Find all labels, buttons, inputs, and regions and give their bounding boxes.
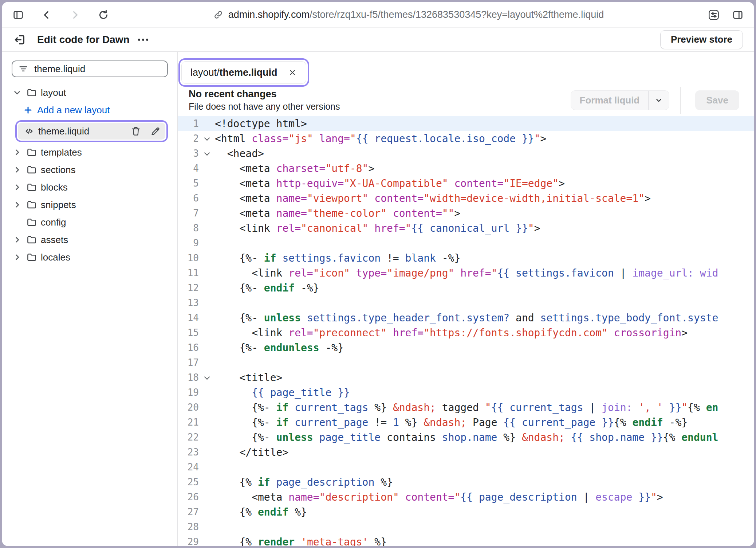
line-number: 16 — [178, 340, 199, 355]
code-text: <meta http-equiv="X-UA-Compatible" conte… — [215, 176, 754, 191]
sidebar-item-snippets[interactable]: snippets — [12, 196, 168, 214]
sidebar-item-theme-liquid[interactable]: theme.liquid — [18, 123, 165, 140]
code-line[interactable]: 1<!doctype html> — [178, 116, 754, 131]
format-dropdown-toggle[interactable] — [649, 91, 669, 110]
code-line[interactable]: 22 {%- unless page_title contains shop.n… — [178, 430, 754, 445]
trash-icon[interactable] — [130, 126, 141, 137]
fold-spacer — [199, 206, 215, 221]
reload-icon[interactable] — [98, 9, 109, 21]
code-text: {%- unless settings.type_header_font.sys… — [215, 310, 754, 325]
line-number: 26 — [178, 490, 199, 505]
code-line[interactable]: 14 {%- unless settings.type_header_font.… — [178, 310, 754, 325]
code-line[interactable]: 17 — [178, 355, 754, 370]
code-line[interactable]: 13 — [178, 295, 754, 310]
code-line[interactable]: 9 — [178, 236, 754, 251]
sidebar-toggle-icon[interactable] — [12, 9, 24, 21]
app-header: Edit code for Dawn Preview store — [2, 28, 754, 52]
code-line[interactable]: 18 <title> — [178, 370, 754, 385]
code-line[interactable]: 10 {%- if settings.favicon != blank -%} — [178, 251, 754, 266]
code-text: {{ page_title }} — [215, 385, 754, 400]
fold-spacer — [199, 385, 215, 400]
code-line[interactable]: 20 {%- if current_tags %} &ndash; tagged… — [178, 400, 754, 415]
code-line[interactable]: 28 — [178, 520, 754, 535]
search-input[interactable]: theme.liquid — [34, 63, 85, 75]
chevron-right-icon[interactable] — [12, 164, 23, 175]
close-icon[interactable] — [288, 68, 297, 77]
sidebar-item-add-layout[interactable]: Add a new layout — [12, 101, 168, 119]
code-line[interactable]: 24 — [178, 460, 754, 475]
fold-spacer — [199, 236, 215, 251]
code-text: <head> — [215, 146, 754, 161]
panel-right-icon[interactable] — [732, 9, 744, 21]
file-sidebar: theme.liquid layoutAdd a new layouttheme… — [2, 52, 178, 546]
code-text: {%- if current_page != 1 %} &ndash; Page… — [215, 415, 754, 430]
code-editor[interactable]: 1<!doctype html>2<html class="js" lang="… — [178, 114, 754, 546]
link-icon — [213, 10, 223, 20]
chevron-right-icon[interactable] — [12, 252, 23, 263]
browser-actions — [708, 9, 744, 21]
code-line[interactable]: 15 <link rel="preconnect" href="https://… — [178, 325, 754, 340]
fold-spacer — [199, 475, 215, 490]
url-host: admin.shopify.com — [228, 9, 310, 20]
back-arrow-icon[interactable] — [41, 9, 52, 21]
chevron-right-icon[interactable] — [12, 199, 23, 210]
sidebar-item-blocks[interactable]: blocks — [12, 179, 168, 196]
fold-spacer — [199, 116, 215, 131]
code-line[interactable]: 7 <meta name="theme-color" content=""> — [178, 206, 754, 221]
line-number: 6 — [178, 191, 199, 206]
code-line[interactable]: 16 {%- endunless -%} — [178, 340, 754, 355]
format-liquid-button[interactable]: Format liquid — [571, 90, 670, 110]
fold-toggle-icon[interactable] — [199, 146, 215, 161]
code-line[interactable]: 12 {%- endif -%} — [178, 281, 754, 295]
code-line[interactable]: 27 {% endif %} — [178, 505, 754, 520]
code-line[interactable]: 25 {% if page_description %} — [178, 475, 754, 490]
line-number: 14 — [178, 310, 199, 325]
line-number: 29 — [178, 535, 199, 546]
sidebar-item-label: config — [41, 217, 66, 228]
chevron-right-icon[interactable] — [12, 234, 23, 245]
sidebar-item-label: templates — [41, 147, 82, 158]
sidebar-item-layout[interactable]: layout — [12, 84, 168, 101]
code-line[interactable]: 2<html class="js" lang="{{ request.local… — [178, 131, 754, 146]
fold-toggle-icon[interactable] — [199, 131, 215, 146]
chevron-right-icon[interactable] — [12, 182, 23, 193]
browser-window: admin.shopify.com/store/rzq1xu-f5/themes… — [2, 2, 754, 546]
code-text: <meta name="theme-color" content=""> — [215, 206, 754, 221]
code-line[interactable]: 8 <link rel="canonical" href="{{ canonic… — [178, 221, 754, 236]
preview-store-button[interactable]: Preview store — [660, 30, 743, 49]
search-box[interactable]: theme.liquid — [12, 60, 168, 77]
code-line[interactable]: 3 <head> — [178, 146, 754, 161]
code-text: {% endif %} — [215, 505, 754, 520]
address-bar[interactable]: admin.shopify.com/store/rzq1xu-f5/themes… — [109, 9, 708, 20]
code-line[interactable]: 5 <meta http-equiv="X-UA-Compatible" con… — [178, 176, 754, 191]
line-number: 9 — [178, 236, 199, 251]
fold-toggle-icon[interactable] — [199, 370, 215, 385]
line-number: 8 — [178, 221, 199, 236]
tune-icon[interactable] — [708, 9, 720, 21]
chevron-down-icon[interactable] — [12, 87, 23, 98]
code-line[interactable]: 21 {%- if current_page != 1 %} &ndash; P… — [178, 415, 754, 430]
code-line[interactable]: 6 <meta name="viewport" content="width=d… — [178, 191, 754, 206]
code-line[interactable]: 23 </title> — [178, 445, 754, 460]
sidebar-item-locales[interactable]: locales — [12, 248, 168, 266]
line-number: 1 — [178, 116, 199, 131]
code-line[interactable]: 26 <meta name="description" content="{{ … — [178, 490, 754, 505]
fold-spacer — [199, 266, 215, 281]
save-button[interactable]: Save — [695, 90, 739, 110]
exit-editor-icon[interactable] — [13, 33, 27, 47]
code-line[interactable]: 4 <meta charset="utf-8"> — [178, 161, 754, 176]
pencil-icon[interactable] — [150, 126, 161, 137]
sidebar-item-assets[interactable]: assets — [12, 231, 168, 248]
fold-spacer — [199, 355, 215, 370]
sidebar-item-templates[interactable]: templates — [12, 144, 168, 161]
code-line[interactable]: 11 <link rel="icon" type="image/png" hre… — [178, 266, 754, 281]
code-line[interactable]: 29 {% render 'meta-tags' %} — [178, 535, 754, 546]
code-text: {%- if current_tags %} &ndash; tagged "{… — [215, 400, 754, 415]
chevron-right-icon[interactable] — [12, 147, 23, 158]
sidebar-item-config[interactable]: config — [12, 214, 168, 231]
sidebar-item-sections[interactable]: sections — [12, 161, 168, 179]
more-actions-icon[interactable] — [136, 33, 150, 47]
tab-theme-liquid[interactable]: layout/theme.liquid — [181, 61, 306, 84]
code-line[interactable]: 19 {{ page_title }} — [178, 385, 754, 400]
fold-spacer — [199, 445, 215, 460]
